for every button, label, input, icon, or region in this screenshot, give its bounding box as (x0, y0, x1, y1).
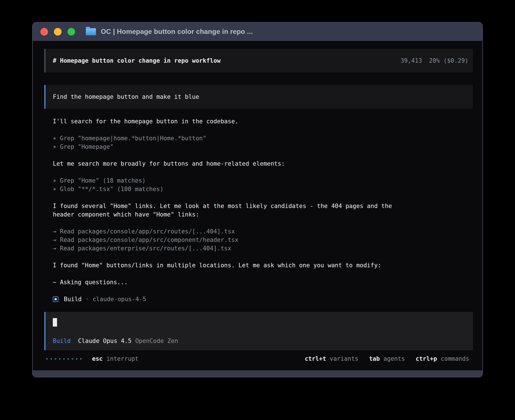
terminal-window: OC | Homepage button color change in rep… (32, 22, 483, 377)
tool-call-line: → Read packages/console/app/src/componen… (53, 236, 473, 244)
folder-icon (86, 28, 96, 35)
tool-call-line: ∗ Glob "**/*.tsx" (100 matches) (53, 185, 473, 193)
keybind-hint[interactable]: ctrl+pcommands (416, 355, 469, 363)
spinner-dot (46, 358, 48, 360)
spinner-dots (46, 358, 82, 360)
text-cursor (53, 318, 57, 327)
spinner-dot (72, 358, 73, 360)
assistant-text-line: Let me search more broadly for buttons a… (53, 159, 473, 168)
assistant-text-line: I'll search for the homepage button in t… (53, 117, 473, 126)
assistant-text-line: I found "Home" buttons/links in multiple… (53, 261, 473, 270)
assistant-text-line: ~ Asking questions... (53, 278, 473, 286)
keybind-label: variants (330, 355, 358, 363)
input-model-label: Claude Opus 4.5 (78, 337, 132, 345)
session-stats: 39,413 20% ($0.29) (401, 56, 468, 65)
agent-build-icon (53, 296, 58, 302)
transcript: I'll search for the homepage button in t… (53, 117, 473, 286)
keybind-hint[interactable]: tabagents (369, 355, 405, 363)
prompt-footer: Build Claude Opus 4.5 OpenCode Zen (53, 337, 468, 345)
spinner-dot (59, 358, 60, 360)
agent-model: claude-opus-4-5 (93, 295, 146, 303)
agent-status-row: Build · claude-opus-4-5 (53, 295, 473, 303)
assistant-text-group: Let me search more broadly for buttons a… (53, 159, 473, 168)
esc-key-hint[interactable]: esc (92, 355, 103, 363)
token-count: 39,413 (401, 56, 422, 65)
agent-name: Build (64, 295, 82, 303)
tool-call-line: → Read packages/console/app/src/routes/[… (53, 227, 473, 236)
assistant-text-group: I found "Home" buttons/links in multiple… (53, 261, 473, 270)
interrupt-hint-label: interrupt (106, 355, 139, 363)
keybind-label: agents (383, 355, 405, 363)
keybind-key: ctrl+p (416, 355, 437, 363)
session-cost: ($0.29) (443, 56, 468, 65)
prompt-input[interactable]: Build Claude Opus 4.5 OpenCode Zen (44, 312, 473, 350)
assistant-text-line: I found several "Home" links. Let me loo… (53, 202, 473, 210)
window-titlebar[interactable]: OC | Homepage button color change in rep… (32, 22, 483, 41)
keybind-label: commands (441, 355, 469, 363)
spinner-dot (63, 358, 65, 360)
keybind-key: tab (369, 355, 380, 363)
status-bar-left: esc interrupt (46, 355, 139, 363)
traffic-lights (40, 28, 75, 36)
spinner-dot (51, 358, 52, 360)
tool-call-line: ∗ Grep "Home" (18 matches) (53, 176, 473, 185)
user-message: Find the homepage button and make it blu… (44, 85, 473, 109)
prompt-input-line[interactable] (53, 318, 468, 327)
desktop-background: OC | Homepage button color change in rep… (0, 0, 515, 420)
spinner-dot (67, 358, 69, 360)
assistant-text-group: I'll search for the homepage button in t… (53, 117, 473, 126)
tool-call-group: → Read packages/console/app/src/routes/[… (53, 227, 473, 253)
keybind-key: ctrl+t (305, 355, 326, 363)
spinner-dot (80, 358, 82, 360)
input-provider-label: OpenCode Zen (135, 337, 178, 345)
context-percentage: 20% (429, 56, 440, 65)
close-window-button[interactable] (40, 28, 48, 36)
tool-call-line: ∗ Grep "homepage|home.*button|Home.*butt… (53, 134, 473, 143)
tool-call-line: ∗ Grep "Homepage" (53, 143, 473, 151)
spinner-dot (55, 358, 56, 360)
user-message-text: Find the homepage button and make it blu… (53, 93, 199, 101)
keybind-hint[interactable]: ctrl+tvariants (305, 355, 358, 363)
tool-call-line: → Read packages/enterprise/src/routes/[.… (53, 244, 473, 253)
window-title: OC | Homepage button color change in rep… (101, 28, 253, 36)
session-header: # Homepage button color change in repo w… (44, 49, 473, 73)
tool-call-group: ∗ Grep "Home" (18 matches)∗ Glob "**/*.t… (53, 176, 473, 193)
separator-dot: · (85, 295, 89, 303)
assistant-text-group: I found several "Home" links. Let me loo… (53, 202, 473, 219)
assistant-text-group: ~ Asking questions... (53, 278, 473, 286)
status-bar: esc interrupt ctrl+tvariantstabagentsctr… (46, 355, 473, 363)
session-title: # Homepage button color change in repo w… (53, 56, 221, 65)
status-bar-right: ctrl+tvariantstabagentsctrl+pcommands (305, 355, 469, 363)
input-agent-label[interactable]: Build (53, 337, 71, 345)
tool-call-group: ∗ Grep "homepage|home.*button|Home.*butt… (53, 134, 473, 151)
assistant-text-line: header component which have "Home" links… (53, 210, 473, 219)
terminal-content: # Homepage button color change in repo w… (33, 41, 482, 370)
spinner-dot (76, 358, 77, 360)
minimize-window-button[interactable] (54, 28, 62, 36)
maximize-window-button[interactable] (67, 28, 75, 36)
